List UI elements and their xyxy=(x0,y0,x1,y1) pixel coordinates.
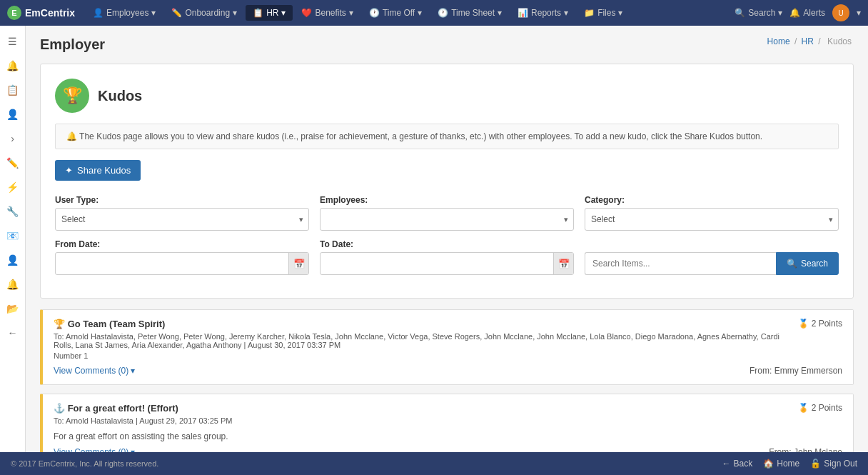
search-items-input[interactable] xyxy=(585,252,776,275)
onboarding-arrow: ▾ xyxy=(233,8,237,18)
sign-out-button[interactable]: 🔓 Sign Out xyxy=(810,459,857,469)
layout: ☰ 🔔 📋 👤 › ✏️ ⚡ 🔧 📧 👤 🔔 📂 ← Employer Home… xyxy=(0,26,868,475)
search-group: 🔍 Search xyxy=(585,241,839,275)
employees-group: Employees: xyxy=(320,195,574,231)
employees-select[interactable] xyxy=(320,208,574,231)
user-type-label: User Type: xyxy=(55,195,309,205)
logo-link[interactable]: E EmCentrix xyxy=(7,6,75,20)
sidebar-edit-icon[interactable]: ✏️ xyxy=(3,153,23,173)
share-kudos-button[interactable]: ✦ Share Kudos xyxy=(55,160,141,181)
nav-right: 🔍 Search ▾ 🔔 Alerts U ▾ xyxy=(735,4,861,21)
breadcrumb: Home / HR / Kudos xyxy=(767,36,854,46)
nav-benefits[interactable]: ❤️ Benefits ▾ xyxy=(294,5,360,21)
sidebar-folder-icon[interactable]: 📂 xyxy=(3,299,23,319)
nav-timeoff-label: Time Off xyxy=(383,8,415,18)
search-arrow: ▾ xyxy=(778,8,782,18)
search-icon-btn: 🔍 xyxy=(787,259,797,269)
kudo-2-icon: ⚓ xyxy=(54,403,68,414)
nav-onboarding-label: Onboarding xyxy=(185,8,230,18)
kudo-1-footer: View Comments (0) ▾ From: Emmy Emmerson xyxy=(54,366,842,376)
employees-label: Employees: xyxy=(320,195,574,205)
from-date-calendar-icon[interactable]: 📅 xyxy=(288,253,308,274)
nav-onboarding[interactable]: ✏️ Onboarding ▾ xyxy=(164,5,244,21)
kudo-2-points: 🏅 2 Points xyxy=(798,403,842,413)
nav-employees-label: Employees xyxy=(106,8,148,18)
nav-timesheet[interactable]: 🕐 Time Sheet ▾ xyxy=(430,5,509,21)
sidebar-bell-icon[interactable]: 🔔 xyxy=(3,56,23,76)
employees-select-wrapper xyxy=(320,208,574,231)
sidebar-list-icon[interactable]: 📋 xyxy=(3,80,23,100)
info-box: 🔔 The Kudos page allows you to view and … xyxy=(55,124,839,149)
sidebar-person-icon[interactable]: 👤 xyxy=(3,104,23,124)
category-label: Category: xyxy=(585,195,839,205)
breadcrumb-current: Kudos xyxy=(827,36,852,46)
timeoff-icon: 🕐 xyxy=(369,8,380,18)
user-avatar[interactable]: U xyxy=(832,4,849,21)
from-date-input[interactable] xyxy=(55,252,309,275)
home-icon: 🏠 xyxy=(763,459,774,469)
kudo-1-to-text: To: Arnold Hastalavista, Peter Wong, Pet… xyxy=(54,332,779,349)
back-icon: ← xyxy=(722,459,731,469)
logo-text: EmCentrix xyxy=(25,7,75,19)
nav-reports[interactable]: 📊 Reports ▾ xyxy=(510,5,575,21)
bottom-nav: ← Back 🏠 Home 🔓 Sign Out xyxy=(722,459,857,469)
bottom-bar: © 2017 EmCentrix, Inc. All rights reserv… xyxy=(0,452,868,475)
sidebar-chevron-icon[interactable]: › xyxy=(3,129,23,149)
sidebar-alert-icon[interactable]: 🔔 xyxy=(3,274,23,294)
kudos-circle-icon: 🏆 xyxy=(55,79,89,113)
nav-hr[interactable]: 📋 HR ▾ xyxy=(246,5,293,21)
sign-out-label: Sign Out xyxy=(824,459,857,469)
reports-icon: 📊 xyxy=(518,8,528,18)
home-label: Home xyxy=(777,459,799,469)
category-group: Category: Select xyxy=(585,195,839,231)
to-date-input[interactable] xyxy=(320,252,574,275)
page-employer-label: Employer xyxy=(40,36,105,53)
breadcrumb-hr[interactable]: HR xyxy=(802,36,814,46)
nav-employees[interactable]: 👤 Employees ▾ xyxy=(86,5,163,21)
share-kudos-label: Share Kudos xyxy=(77,165,131,176)
home-button[interactable]: 🏠 Home xyxy=(763,459,799,469)
sidebar-bolt-icon[interactable]: ⚡ xyxy=(3,177,23,197)
search-button[interactable]: 🔍 Search ▾ xyxy=(735,8,782,18)
kudo-1-from: From: Emmy Emmerson xyxy=(750,366,842,376)
filter-row-1: User Type: Select Employees: xyxy=(55,195,839,231)
timesheet-icon: 🕐 xyxy=(438,8,448,18)
to-date-group: To Date: 📅 xyxy=(320,239,574,275)
nav-hr-label: HR xyxy=(266,8,278,18)
reports-arrow: ▾ xyxy=(564,8,568,18)
nav-timeoff[interactable]: 🕐 Time Off ▾ xyxy=(362,5,429,21)
kudo-1-view-comments[interactable]: View Comments (0) ▾ xyxy=(54,366,135,376)
search-button-blue[interactable]: 🔍 Search xyxy=(776,252,839,275)
to-date-label: To Date: xyxy=(320,239,574,249)
kudo-1-title-block: 🏆 Go Team (Team Spirit) To: Arnold Hasta… xyxy=(54,319,798,360)
sidebar-user-icon[interactable]: 👤 xyxy=(3,250,23,270)
alerts-button[interactable]: 🔔 Alerts xyxy=(789,8,825,18)
kudos-header: 🏆 Kudos xyxy=(55,79,839,113)
back-button[interactable]: ← Back xyxy=(722,459,753,469)
copyright: © 2017 EmCentrix, Inc. All rights reserv… xyxy=(11,459,158,468)
kudo-1-header: 🏆 Go Team (Team Spirit) To: Arnold Hasta… xyxy=(54,319,842,360)
timeoff-arrow: ▾ xyxy=(418,8,422,18)
onboarding-icon: ✏️ xyxy=(171,8,182,18)
nav-items: 👤 Employees ▾ ✏️ Onboarding ▾ 📋 HR ▾ ❤️ … xyxy=(86,5,735,21)
employees-icon: 👤 xyxy=(93,8,104,18)
employees-arrow: ▾ xyxy=(151,8,156,18)
to-date-calendar-icon[interactable]: 📅 xyxy=(553,253,573,274)
sidebar-mail-icon[interactable]: 📧 xyxy=(3,226,23,246)
sidebar-gear-icon[interactable]: 🔧 xyxy=(3,201,23,221)
filter-row-2: From Date: 📅 To Date: 📅 xyxy=(55,239,839,275)
user-type-select[interactable]: Select xyxy=(55,208,309,231)
files-arrow: ▾ xyxy=(618,8,622,18)
nav-reports-label: Reports xyxy=(531,8,561,18)
from-date-group: From Date: 📅 xyxy=(55,239,309,275)
sidebar-back-arrow-icon[interactable]: ← xyxy=(3,323,23,343)
breadcrumb-home[interactable]: Home xyxy=(767,36,790,46)
kudo-1-points-text: 2 Points xyxy=(812,319,842,329)
sidebar-menu-icon[interactable]: ☰ xyxy=(3,31,23,51)
nav-files[interactable]: 📁 Files ▾ xyxy=(577,5,630,21)
search-icon: 🔍 xyxy=(735,8,745,18)
info-box-text: 🔔 The Kudos page allows you to view and … xyxy=(66,131,762,141)
nav-files-label: Files xyxy=(597,8,615,18)
category-select[interactable]: Select xyxy=(585,208,839,231)
user-type-select-wrapper: Select xyxy=(55,208,309,231)
